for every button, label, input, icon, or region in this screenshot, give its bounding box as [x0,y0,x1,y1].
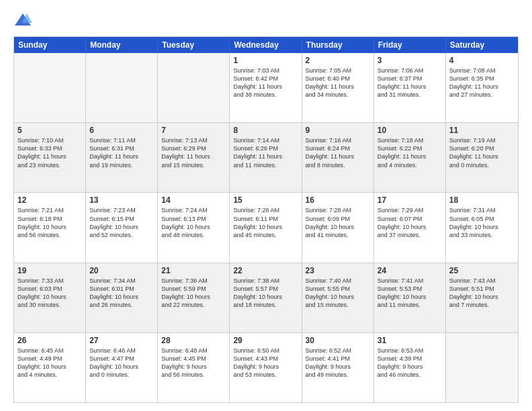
cell-info: Sunrise: 7:18 AM Sunset: 6:22 PM Dayligh… [378,136,442,169]
cell-info: Sunrise: 7:40 AM Sunset: 5:55 PM Dayligh… [306,277,370,310]
day-number: 22 [233,266,298,275]
day-cell-26: 26Sunrise: 6:45 AM Sunset: 4:49 PM Dayli… [14,333,86,402]
week-row-4: 26Sunrise: 6:45 AM Sunset: 4:49 PM Dayli… [14,332,518,402]
day-header-friday: Friday [374,37,446,53]
cell-info: Sunrise: 7:29 AM Sunset: 6:07 PM Dayligh… [378,206,442,239]
page: SundayMondayTuesdayWednesdayThursdayFrid… [0,0,532,411]
day-number: 15 [233,195,298,205]
day-cell-24: 24Sunrise: 7:41 AM Sunset: 5:53 PM Dayli… [374,263,446,332]
day-cell-31: 31Sunrise: 6:53 AM Sunset: 4:39 PM Dayli… [374,333,446,402]
day-header-monday: Monday [86,37,158,53]
day-number: 9 [306,126,370,135]
day-number: 3 [378,56,442,65]
day-cell-1: 1Sunrise: 7:03 AM Sunset: 6:42 PM Daylig… [230,53,302,122]
day-number: 18 [449,195,515,205]
day-cell-3: 3Sunrise: 7:06 AM Sunset: 6:37 PM Daylig… [374,53,446,122]
day-number: 6 [89,126,154,135]
cell-info: Sunrise: 7:38 AM Sunset: 5:57 PM Dayligh… [233,277,298,310]
day-cell-5: 5Sunrise: 7:10 AM Sunset: 6:33 PM Daylig… [14,123,86,192]
day-number: 20 [89,266,154,275]
cell-info: Sunrise: 7:06 AM Sunset: 6:37 PM Dayligh… [378,66,442,99]
cell-info: Sunrise: 7:36 AM Sunset: 5:59 PM Dayligh… [161,277,226,310]
day-cell-9: 9Sunrise: 7:16 AM Sunset: 6:24 PM Daylig… [302,123,374,192]
day-cell-8: 8Sunrise: 7:14 AM Sunset: 6:26 PM Daylig… [230,123,302,192]
day-cell-28: 28Sunrise: 6:48 AM Sunset: 4:45 PM Dayli… [158,333,230,402]
day-cell-27: 27Sunrise: 6:46 AM Sunset: 4:47 PM Dayli… [86,333,158,402]
cell-info: Sunrise: 7:34 AM Sunset: 6:01 PM Dayligh… [89,277,154,310]
day-number: 19 [17,266,82,275]
day-number: 26 [17,336,82,345]
day-cell-22: 22Sunrise: 7:38 AM Sunset: 5:57 PM Dayli… [230,263,302,332]
calendar: SundayMondayTuesdayWednesdayThursdayFrid… [13,36,519,403]
cell-info: Sunrise: 7:21 AM Sunset: 6:18 PM Dayligh… [17,206,82,239]
day-cell-2: 2Sunrise: 7:05 AM Sunset: 6:40 PM Daylig… [302,53,374,122]
empty-cell [86,53,158,122]
cell-info: Sunrise: 6:46 AM Sunset: 4:47 PM Dayligh… [89,347,154,379]
cell-info: Sunrise: 7:41 AM Sunset: 5:53 PM Dayligh… [378,277,442,310]
day-number: 12 [17,195,82,205]
cell-info: Sunrise: 7:19 AM Sunset: 6:20 PM Dayligh… [449,136,515,169]
day-number: 13 [89,195,154,205]
calendar-body: 1Sunrise: 7:03 AM Sunset: 6:42 PM Daylig… [14,53,518,402]
day-cell-17: 17Sunrise: 7:29 AM Sunset: 6:07 PM Dayli… [374,193,446,262]
cell-info: Sunrise: 7:28 AM Sunset: 6:09 PM Dayligh… [306,206,370,239]
cell-info: Sunrise: 6:52 AM Sunset: 4:41 PM Dayligh… [306,347,370,379]
day-number: 11 [449,126,515,135]
day-number: 1 [233,56,298,65]
cell-info: Sunrise: 7:11 AM Sunset: 6:31 PM Dayligh… [89,136,154,169]
day-number: 17 [378,195,442,205]
empty-cell [446,333,518,402]
day-cell-16: 16Sunrise: 7:28 AM Sunset: 6:09 PM Dayli… [302,193,374,262]
cell-info: Sunrise: 7:43 AM Sunset: 5:51 PM Dayligh… [449,277,515,310]
day-header-tuesday: Tuesday [158,37,230,53]
day-number: 8 [233,126,298,135]
cell-info: Sunrise: 7:26 AM Sunset: 6:11 PM Dayligh… [233,206,298,239]
calendar-header: SundayMondayTuesdayWednesdayThursdayFrid… [14,37,518,53]
cell-info: Sunrise: 7:08 AM Sunset: 6:35 PM Dayligh… [449,66,515,99]
day-number: 27 [89,336,154,345]
day-cell-14: 14Sunrise: 7:24 AM Sunset: 6:13 PM Dayli… [158,193,230,262]
day-cell-4: 4Sunrise: 7:08 AM Sunset: 6:35 PM Daylig… [446,53,518,122]
cell-info: Sunrise: 7:05 AM Sunset: 6:40 PM Dayligh… [306,66,370,99]
cell-info: Sunrise: 7:16 AM Sunset: 6:24 PM Dayligh… [306,136,370,169]
logo [13,11,35,30]
day-number: 10 [378,126,442,135]
cell-info: Sunrise: 6:48 AM Sunset: 4:45 PM Dayligh… [161,347,226,379]
day-number: 4 [449,56,515,65]
day-number: 2 [306,56,370,65]
cell-info: Sunrise: 7:23 AM Sunset: 6:15 PM Dayligh… [89,206,154,239]
day-cell-23: 23Sunrise: 7:40 AM Sunset: 5:55 PM Dayli… [302,263,374,332]
cell-info: Sunrise: 7:31 AM Sunset: 6:05 PM Dayligh… [449,206,515,239]
cell-info: Sunrise: 7:24 AM Sunset: 6:13 PM Dayligh… [161,206,226,239]
day-number: 30 [306,336,370,345]
logo-icon [13,11,32,30]
empty-cell [14,53,86,122]
day-number: 21 [161,266,226,275]
day-number: 14 [161,195,226,205]
day-header-wednesday: Wednesday [230,37,302,53]
week-row-0: 1Sunrise: 7:03 AM Sunset: 6:42 PM Daylig… [14,53,518,122]
day-cell-25: 25Sunrise: 7:43 AM Sunset: 5:51 PM Dayli… [446,263,518,332]
day-cell-29: 29Sunrise: 6:50 AM Sunset: 4:43 PM Dayli… [230,333,302,402]
day-number: 31 [378,336,442,345]
day-cell-18: 18Sunrise: 7:31 AM Sunset: 6:05 PM Dayli… [446,193,518,262]
day-number: 16 [306,195,370,205]
day-number: 7 [161,126,226,135]
day-number: 29 [233,336,298,345]
day-cell-19: 19Sunrise: 7:33 AM Sunset: 6:03 PM Dayli… [14,263,86,332]
day-cell-21: 21Sunrise: 7:36 AM Sunset: 5:59 PM Dayli… [158,263,230,332]
cell-info: Sunrise: 7:10 AM Sunset: 6:33 PM Dayligh… [17,136,82,169]
day-cell-20: 20Sunrise: 7:34 AM Sunset: 6:01 PM Dayli… [86,263,158,332]
day-cell-10: 10Sunrise: 7:18 AM Sunset: 6:22 PM Dayli… [374,123,446,192]
cell-info: Sunrise: 7:33 AM Sunset: 6:03 PM Dayligh… [17,277,82,310]
day-header-thursday: Thursday [302,37,374,53]
cell-info: Sunrise: 6:45 AM Sunset: 4:49 PM Dayligh… [17,347,82,379]
week-row-1: 5Sunrise: 7:10 AM Sunset: 6:33 PM Daylig… [14,122,518,192]
day-cell-30: 30Sunrise: 6:52 AM Sunset: 4:41 PM Dayli… [302,333,374,402]
day-cell-6: 6Sunrise: 7:11 AM Sunset: 6:31 PM Daylig… [86,123,158,192]
day-cell-15: 15Sunrise: 7:26 AM Sunset: 6:11 PM Dayli… [230,193,302,262]
cell-info: Sunrise: 7:03 AM Sunset: 6:42 PM Dayligh… [233,66,298,99]
cell-info: Sunrise: 6:50 AM Sunset: 4:43 PM Dayligh… [233,347,298,379]
day-cell-11: 11Sunrise: 7:19 AM Sunset: 6:20 PM Dayli… [446,123,518,192]
cell-info: Sunrise: 6:53 AM Sunset: 4:39 PM Dayligh… [378,347,442,379]
